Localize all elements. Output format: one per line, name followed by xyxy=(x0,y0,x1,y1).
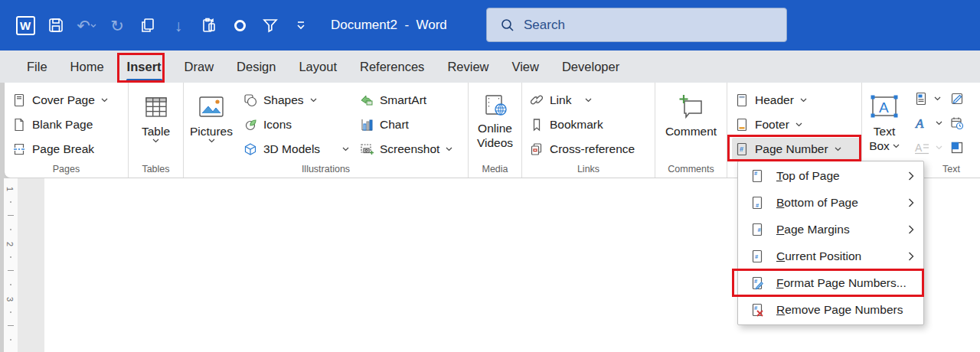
save-icon[interactable] xyxy=(46,15,66,35)
filter-icon[interactable] xyxy=(260,15,280,35)
svg-text:#: # xyxy=(755,253,759,260)
menu-item-remove-page-numbers[interactable]: # Remove Page Numbers xyxy=(738,296,923,323)
3d-models-button[interactable]: 3D Models xyxy=(243,138,355,161)
copy-icon[interactable] xyxy=(138,15,158,35)
3d-models-icon xyxy=(243,142,257,156)
ruler-number: 2 xyxy=(5,240,15,249)
undo-icon[interactable]: ↶ xyxy=(77,15,96,35)
comment-button[interactable]: Comment xyxy=(655,89,727,139)
vertical-ruler[interactable]: 1 2 3 xyxy=(4,178,18,352)
menu-item-current-position[interactable]: # Current Position xyxy=(738,243,923,269)
tab-developer[interactable]: Developer xyxy=(550,51,631,83)
footer-button[interactable]: Footer xyxy=(735,113,861,136)
chevron-down-icon xyxy=(342,147,349,152)
tab-draw[interactable]: Draw xyxy=(173,51,226,83)
group-label-comments: Comments xyxy=(655,164,727,174)
ruler-tick xyxy=(8,215,14,216)
svg-text:A: A xyxy=(915,116,924,130)
chevron-down-icon xyxy=(208,139,215,143)
paste-icon[interactable] xyxy=(199,15,219,35)
menu-item-top-of-page[interactable]: # Top of Page xyxy=(738,163,923,190)
menu-item-bottom-of-page[interactable]: # Bottom of Page xyxy=(738,190,923,217)
remove-page-numbers-icon: # xyxy=(750,303,764,317)
cover-page-button[interactable]: Cover Page xyxy=(12,89,128,112)
table-button[interactable]: Table xyxy=(129,89,183,143)
page-number-margins-icon: # xyxy=(750,223,764,236)
tab-review[interactable]: Review xyxy=(436,51,500,83)
drop-cap-icon: A xyxy=(914,141,929,155)
cross-reference-button[interactable]: Cross-reference xyxy=(530,138,655,161)
title-bar: W ↶ ↻ ↓ xyxy=(0,0,980,51)
word-logo-icon[interactable]: W xyxy=(15,15,35,35)
ruler-number: 1 xyxy=(5,184,15,194)
chevron-down-icon xyxy=(310,98,317,103)
ruler-tick xyxy=(8,270,14,271)
date-time-button[interactable] xyxy=(950,113,964,133)
tab-references[interactable]: References xyxy=(348,51,436,83)
svg-text:#: # xyxy=(758,227,762,233)
page-number-menu: # Top of Page # Bottom of Page # Page Ma… xyxy=(737,161,924,325)
ruler-tick xyxy=(10,339,11,341)
chevron-down-icon xyxy=(101,98,108,103)
quick-access-toolbar: W ↶ ↻ ↓ xyxy=(0,15,311,35)
page-number-current-icon: # xyxy=(750,249,764,263)
menu-item-format-page-numbers[interactable]: # Format Page Numbers... xyxy=(738,269,923,296)
qat-customize-icon[interactable] xyxy=(291,15,311,35)
group-pages: Cover Page Blank Page Page Break xyxy=(5,83,129,178)
svg-text:#: # xyxy=(754,170,758,177)
search-input[interactable] xyxy=(524,18,753,33)
icons-button[interactable]: Icons xyxy=(243,113,355,136)
drop-cap-button[interactable]: A xyxy=(914,138,942,158)
text-box-icon: A xyxy=(869,94,900,120)
group-label-media: Media xyxy=(469,164,521,174)
menu-item-page-margins[interactable]: # Page Margins xyxy=(738,217,923,243)
header-button[interactable]: Header xyxy=(735,89,861,112)
screenshot-button[interactable]: Screenshot xyxy=(360,138,467,161)
page-number-icon: # xyxy=(735,142,749,156)
online-videos-button[interactable]: Online Videos xyxy=(469,89,521,150)
link-button[interactable]: Link xyxy=(530,89,655,112)
quick-parts-button[interactable] xyxy=(914,89,942,109)
chevron-down-icon xyxy=(936,145,942,150)
tab-layout[interactable]: Layout xyxy=(287,51,348,83)
circle-icon[interactable] xyxy=(230,15,250,35)
svg-text:#: # xyxy=(754,278,758,285)
quick-parts-icon xyxy=(914,92,928,106)
shapes-icon xyxy=(243,93,257,107)
page-break-button[interactable]: Page Break xyxy=(12,138,128,161)
object-icon xyxy=(950,141,964,155)
ruler-tick xyxy=(10,311,11,313)
ribbon-tabs: File Home Insert Draw Design Layout Refe… xyxy=(0,51,980,83)
object-button[interactable] xyxy=(950,138,964,158)
group-label-tables: Tables xyxy=(129,164,183,174)
chart-button[interactable]: Chart xyxy=(360,113,467,136)
link-icon xyxy=(530,93,544,107)
tab-design[interactable]: Design xyxy=(225,51,287,83)
tab-file[interactable]: File xyxy=(15,51,59,83)
comment-icon xyxy=(677,93,706,121)
chevron-down-icon xyxy=(446,147,452,152)
pictures-icon xyxy=(197,94,226,120)
header-icon xyxy=(735,93,749,107)
blank-page-button[interactable]: Blank Page xyxy=(12,113,128,136)
smartart-button[interactable]: SmartArt xyxy=(360,89,467,112)
tab-insert[interactable]: Insert xyxy=(116,51,173,83)
smartart-icon xyxy=(360,93,374,107)
shapes-button[interactable]: Shapes xyxy=(243,89,355,112)
bookmark-button[interactable]: Bookmark xyxy=(530,113,655,136)
ruler-tick xyxy=(10,256,11,258)
bookmark-icon xyxy=(530,118,544,132)
tab-home[interactable]: Home xyxy=(59,51,116,83)
submenu-chevron-right-icon xyxy=(908,225,914,234)
search-box[interactable] xyxy=(486,8,787,42)
signature-line-button[interactable] xyxy=(950,89,964,109)
redo-icon[interactable]: ↻ xyxy=(107,15,127,35)
svg-text:#: # xyxy=(754,305,758,311)
document-title: Document2 - Word xyxy=(331,18,447,33)
svg-text:A: A xyxy=(879,99,889,116)
page-number-button[interactable]: # Page Number xyxy=(732,138,861,161)
tab-view[interactable]: View xyxy=(500,51,550,83)
down-arrow-icon[interactable]: ↓ xyxy=(168,15,188,35)
date-time-icon xyxy=(950,116,964,130)
wordart-button[interactable]: A xyxy=(914,113,942,133)
